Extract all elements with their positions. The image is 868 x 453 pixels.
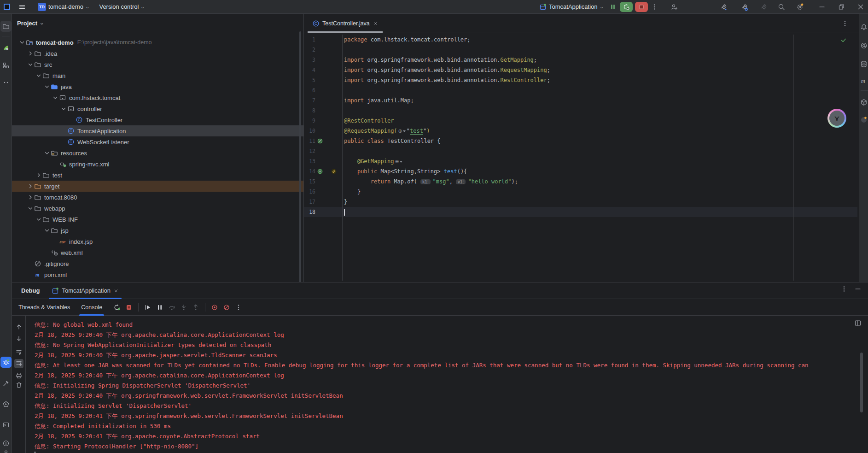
sidebar-item-database[interactable] bbox=[858, 59, 868, 70]
scroll-down-button[interactable] bbox=[14, 334, 23, 343]
console-output[interactable]: 信息: No global web.xml found2月 18, 2025 9… bbox=[26, 316, 864, 453]
project-widget[interactable]: TD tomcat-demo ⌄ bbox=[35, 1, 92, 12]
clear-console-button[interactable] bbox=[14, 380, 23, 389]
tree-row-pom-xml[interactable]: mpom.xml bbox=[12, 269, 303, 280]
tree-chevron-icon[interactable] bbox=[27, 194, 34, 201]
scroll-to-end-button[interactable] bbox=[14, 359, 23, 368]
debug-session-tab[interactable]: TomcatApplication bbox=[46, 282, 124, 299]
resume-button[interactable] bbox=[143, 303, 152, 312]
tree-row-tomcat-8080[interactable]: tomcat.8080 bbox=[12, 192, 303, 203]
tree-row-target[interactable]: target bbox=[12, 181, 303, 192]
tree-chevron-icon[interactable] bbox=[35, 216, 42, 223]
pause-button[interactable] bbox=[609, 3, 617, 11]
step-over-button[interactable] bbox=[167, 303, 176, 312]
sidebar-item-notifications[interactable] bbox=[858, 22, 868, 33]
profile-rocket-button[interactable] bbox=[760, 3, 768, 11]
tree-chevron-icon[interactable] bbox=[43, 227, 51, 234]
sidebar-item-services[interactable] bbox=[0, 399, 12, 410]
tree-chevron-icon[interactable] bbox=[43, 149, 51, 157]
step-into-button[interactable] bbox=[179, 303, 188, 312]
soft-wrap-button[interactable] bbox=[14, 347, 23, 357]
sidebar-item-debug[interactable] bbox=[0, 357, 12, 368]
tree-row-test[interactable]: test bbox=[12, 170, 303, 181]
api-endpoint-gutter-icon[interactable] bbox=[331, 168, 337, 175]
rerun-debug-button[interactable] bbox=[620, 2, 633, 12]
tab-console[interactable]: Console bbox=[76, 299, 108, 316]
pause-program-button[interactable] bbox=[155, 303, 164, 312]
tree-chevron-icon[interactable] bbox=[52, 94, 59, 101]
tree-row-com-lhstack-tomcat[interactable]: com.lhstack.tomcat bbox=[12, 92, 303, 103]
project-scrollbar[interactable] bbox=[299, 31, 301, 285]
sidebar-item-problems[interactable] bbox=[0, 438, 12, 449]
tree-row--gitignore[interactable]: .gitignore bbox=[12, 258, 303, 269]
run-rocket-button[interactable] bbox=[720, 3, 728, 11]
tree-row-index-jsp[interactable]: JSPindex.jsp bbox=[12, 236, 303, 247]
sidebar-item-project[interactable] bbox=[0, 21, 12, 32]
debug-options-icon[interactable] bbox=[840, 285, 848, 293]
tree-row-websocketlistener[interactable]: CWebSocketListener bbox=[12, 136, 303, 147]
sidebar-item-plugin[interactable] bbox=[858, 114, 868, 125]
url-globe-inlay-icon[interactable]: ⊕ bbox=[398, 128, 406, 134]
tree-chevron-icon[interactable] bbox=[18, 39, 26, 46]
tree-row-testcontroller[interactable]: CTestController bbox=[12, 114, 303, 125]
ai-plugin-floating-badge[interactable]: ⋎ bbox=[827, 109, 846, 128]
tab-testcontroller[interactable]: C TestController.java bbox=[308, 14, 383, 33]
search-everywhere-button[interactable] bbox=[778, 3, 785, 11]
code-editor[interactable]: 1package com.lhstack.tomcat.controller;2… bbox=[304, 35, 859, 217]
tree-row-web-inf[interactable]: WEB-INF bbox=[12, 214, 303, 225]
mute-breakpoints-button[interactable] bbox=[222, 303, 231, 312]
sidebar-item-jrebel[interactable]: JR bbox=[0, 42, 12, 53]
tree-chevron-icon[interactable] bbox=[43, 83, 51, 90]
tree-row-jsp[interactable]: jsp bbox=[12, 225, 303, 236]
scroll-up-button[interactable] bbox=[14, 322, 23, 331]
more-run-actions-button[interactable] bbox=[651, 3, 658, 11]
tree-row--idea[interactable]: .idea bbox=[12, 48, 303, 59]
rerun-button[interactable] bbox=[112, 303, 122, 312]
run-configuration-selector[interactable]: TomcatApplication ⌄ bbox=[536, 1, 606, 12]
tree-row-resources[interactable]: resources bbox=[12, 147, 303, 159]
tree-row-web-xml[interactable]: web.xml bbox=[12, 247, 303, 258]
tab-close-icon[interactable] bbox=[373, 21, 378, 26]
tree-row-src[interactable]: src bbox=[12, 59, 303, 70]
print-button[interactable] bbox=[14, 371, 23, 380]
step-out-button[interactable] bbox=[191, 303, 200, 312]
stop-process-button[interactable] bbox=[124, 303, 134, 312]
tab-threads-variables[interactable]: Threads & Variables bbox=[13, 299, 76, 316]
more-toolbar-icon[interactable] bbox=[234, 303, 243, 312]
tree-chevron-icon[interactable] bbox=[60, 105, 67, 112]
url-globe-inlay-icon[interactable]: ⊕ bbox=[395, 159, 402, 165]
main-menu-button[interactable] bbox=[16, 1, 29, 12]
tree-chevron-icon[interactable] bbox=[27, 61, 34, 68]
window-maximize-button[interactable] bbox=[838, 3, 845, 11]
spring-bean-gutter-icon[interactable] bbox=[317, 168, 323, 175]
tree-row-spring-mvc-xml[interactable]: spring-mvc.xml bbox=[12, 159, 303, 170]
sidebar-item-more[interactable] bbox=[0, 77, 12, 88]
hide-panel-icon[interactable] bbox=[854, 285, 862, 293]
sidebar-item-dependencies[interactable] bbox=[858, 97, 868, 108]
stop-button[interactable] bbox=[635, 2, 648, 12]
tree-row-tomcatapplication[interactable]: CTomcatApplication bbox=[12, 125, 303, 136]
window-close-button[interactable] bbox=[857, 3, 864, 11]
code-with-me-button[interactable] bbox=[670, 3, 678, 11]
debug-rocket-button[interactable] bbox=[740, 3, 748, 11]
tree-row-controller[interactable]: controller bbox=[12, 103, 303, 114]
window-minimize-button[interactable] bbox=[818, 3, 826, 11]
tree-row-java[interactable]: java bbox=[12, 81, 303, 92]
spring-bean-gutter-icon[interactable] bbox=[317, 138, 323, 144]
editor-options-icon[interactable] bbox=[841, 20, 849, 27]
settings-button[interactable] bbox=[796, 3, 804, 11]
tab-close-icon[interactable] bbox=[113, 288, 119, 294]
tree-chevron-icon[interactable] bbox=[27, 205, 34, 212]
tree-chevron-icon[interactable] bbox=[35, 171, 42, 179]
tree-chevron-icon[interactable] bbox=[27, 50, 34, 57]
sidebar-item-structure[interactable] bbox=[0, 60, 12, 71]
tree-chevron-icon[interactable] bbox=[27, 182, 34, 190]
sidebar-item-build[interactable] bbox=[0, 378, 12, 389]
sidebar-item-partial[interactable] bbox=[0, 448, 12, 453]
inspection-ok-icon[interactable] bbox=[840, 37, 847, 43]
version-control-menu[interactable]: Version control ⌄ bbox=[96, 1, 147, 12]
sidebar-item-terminal[interactable] bbox=[0, 419, 12, 430]
project-panel-header[interactable]: Project ⌄ bbox=[17, 18, 44, 28]
console-scrollbar[interactable] bbox=[860, 353, 863, 412]
tree-row-main[interactable]: main bbox=[12, 70, 303, 81]
